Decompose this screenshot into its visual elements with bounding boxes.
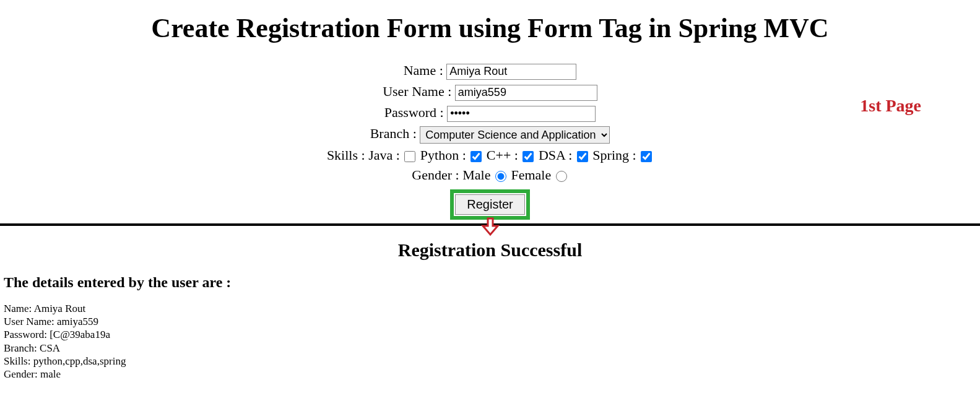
detail-branch: Branch: CSA: [4, 342, 980, 355]
register-button[interactable]: Register: [455, 194, 524, 215]
register-button-highlight: Register: [450, 189, 529, 220]
skill-dsa-label: DSA :: [539, 147, 572, 163]
details-heading: The details entered by the user are :: [4, 274, 980, 291]
skill-java-label: Java :: [368, 147, 400, 163]
down-arrow-icon: [480, 217, 500, 237]
password-input[interactable]: [447, 106, 596, 122]
branch-select[interactable]: Computer Science and Application: [420, 126, 610, 144]
skill-python-label: Python :: [420, 147, 466, 163]
name-input[interactable]: [446, 64, 576, 80]
detail-password: Password: [C@39aba19a: [4, 328, 980, 341]
username-input[interactable]: [455, 85, 597, 101]
gender-male-label: Male: [462, 167, 490, 183]
gender-female-radio[interactable]: [556, 171, 567, 182]
detail-username: User Name: amiya559: [4, 315, 980, 328]
skill-cpp-label: C++ :: [487, 147, 518, 163]
detail-name: Name: Amiya Rout: [4, 302, 980, 315]
skill-python-checkbox[interactable]: [470, 151, 482, 162]
detail-skills: Skills: python,cpp,dsa,spring: [4, 355, 980, 368]
gender-label: Gender :: [412, 167, 459, 183]
password-label: Password :: [384, 105, 444, 120]
skill-spring-label: Spring :: [592, 147, 636, 163]
success-title: Registration Successful: [0, 240, 980, 261]
page-1-annotation: 1st Page: [860, 96, 921, 116]
details-list: Name: Amiya Rout User Name: amiya559 Pas…: [4, 302, 980, 381]
gender-female-label: Female: [511, 167, 551, 183]
registration-form: Name : User Name : Password : Branch : C…: [0, 63, 980, 220]
gender-male-radio[interactable]: [495, 171, 506, 182]
svg-marker-0: [483, 218, 498, 235]
skill-cpp-checkbox[interactable]: [523, 151, 534, 162]
branch-label: Branch :: [370, 126, 417, 141]
skill-dsa-checkbox[interactable]: [577, 151, 588, 162]
name-label: Name :: [404, 63, 443, 78]
skill-spring-checkbox[interactable]: [641, 151, 652, 162]
username-label: User Name :: [383, 84, 451, 99]
page-title: Create Registration Form using Form Tag …: [0, 12, 980, 44]
skill-java-checkbox[interactable]: [404, 151, 415, 162]
detail-gender: Gender: male: [4, 368, 980, 381]
skills-label: Skills :: [327, 147, 365, 163]
